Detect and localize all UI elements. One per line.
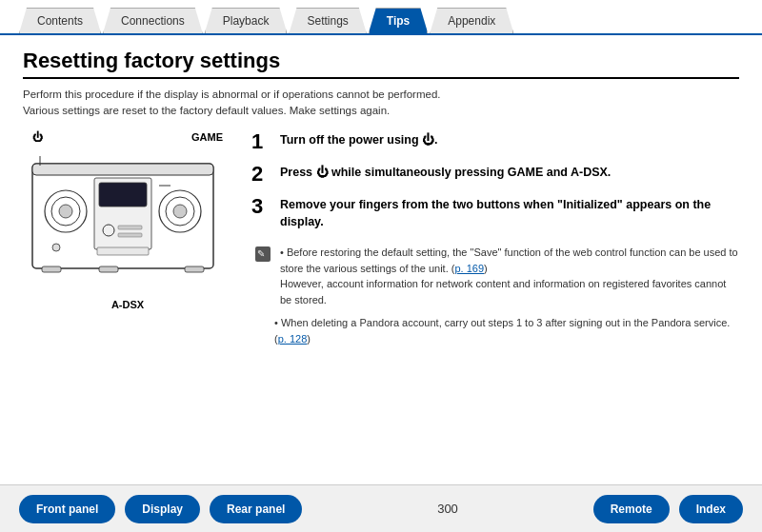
intro-text: Perform this procedure if the display is…	[23, 87, 739, 120]
note-1-text: • Before restoring the default setting, …	[280, 245, 739, 307]
device-svg	[23, 145, 223, 292]
front-panel-button[interactable]: Front panel	[19, 495, 115, 523]
tab-settings[interactable]: Settings	[289, 8, 366, 33]
note-2-link[interactable]: p. 128	[278, 333, 308, 345]
step-3: 3 Remove your fingers from the two butto…	[251, 196, 739, 232]
display-button[interactable]: Display	[125, 495, 200, 523]
bottom-navigation: Front panel Display Rear panel 300 Remot…	[0, 484, 762, 532]
note-icon-1	[255, 246, 271, 262]
remote-button[interactable]: Remote	[593, 495, 670, 523]
svg-rect-15	[185, 266, 204, 272]
svg-point-4	[59, 205, 72, 218]
svg-rect-12	[118, 233, 142, 237]
tab-appendix[interactable]: Appendix	[430, 8, 513, 33]
notes-section: • Before restoring the default setting, …	[251, 245, 739, 346]
note-2-text: • When deleting a Pandora account, carry…	[255, 315, 739, 346]
step-1-number: 1	[251, 131, 271, 152]
step-2-text: Press ⏻ while simultaneously pressing GA…	[280, 164, 611, 182]
power-symbol-label: ⏻	[32, 131, 43, 143]
tab-tips[interactable]: Tips	[369, 8, 428, 33]
tab-playback[interactable]: Playback	[205, 8, 288, 33]
rear-panel-button[interactable]: Rear panel	[210, 495, 302, 523]
device-illustration: ⏻ GAME	[23, 131, 232, 355]
step-3-number: 3	[251, 196, 271, 217]
svg-rect-19	[97, 247, 149, 255]
content-area: ⏻ GAME	[23, 131, 739, 355]
note-1-link[interactable]: p. 169	[454, 263, 484, 274]
main-content: Resetting factory settings Perform this …	[0, 35, 762, 474]
a-dsx-label: A-DSX	[23, 299, 232, 310]
svg-point-7	[173, 205, 187, 218]
step-1-text: Turn off the power using ⏻.	[280, 131, 438, 149]
game-label: GAME	[191, 131, 223, 143]
svg-rect-1	[32, 164, 213, 175]
svg-rect-14	[99, 266, 118, 272]
tab-connections[interactable]: Connections	[103, 8, 203, 33]
device-labels: ⏻ GAME	[23, 131, 232, 143]
svg-rect-13	[42, 266, 61, 272]
step-2-number: 2	[251, 164, 271, 185]
step-1: 1 Turn off the power using ⏻.	[251, 131, 739, 152]
index-button[interactable]: Index	[679, 495, 743, 523]
tab-contents[interactable]: Contents	[19, 8, 101, 33]
note-1: • Before restoring the default setting, …	[255, 245, 739, 307]
page-number: 300	[311, 502, 583, 516]
step-2: 2 Press ⏻ while simultaneously pressing …	[251, 164, 739, 185]
svg-rect-11	[118, 226, 142, 229]
page-title: Resetting factory settings	[23, 49, 739, 79]
step-3-text: Remove your fingers from the two buttons…	[280, 196, 739, 232]
note-2: • When deleting a Pandora account, carry…	[255, 315, 739, 346]
svg-rect-9	[99, 183, 147, 207]
instructions: 1 Turn off the power using ⏻. 2 Press ⏻ …	[251, 131, 739, 355]
svg-point-18	[52, 244, 60, 251]
top-navigation: Contents Connections Playback Settings T…	[0, 0, 762, 35]
